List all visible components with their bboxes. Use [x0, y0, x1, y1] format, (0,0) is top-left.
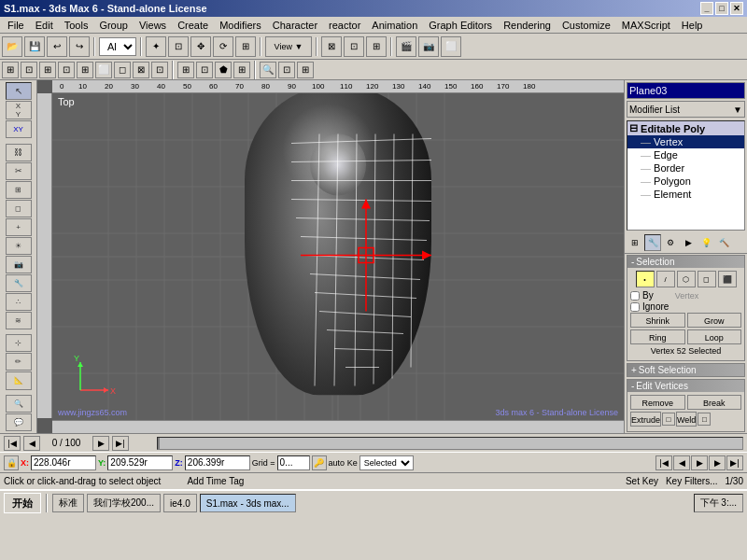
tool-link[interactable]: ⛓	[6, 144, 32, 161]
menu-graph-editors[interactable]: Graph Editors	[423, 19, 498, 32]
toolbar-save-btn[interactable]: 💾	[24, 36, 45, 57]
material-editor-btn[interactable]: ⬜	[441, 36, 461, 57]
menu-edit[interactable]: Edit	[30, 19, 59, 32]
tool-camera[interactable]: 📷	[6, 256, 32, 273]
menu-character[interactable]: Character	[267, 19, 323, 32]
toolbar-redo-btn[interactable]: ↪	[69, 36, 90, 57]
modifier-list-dropdown[interactable]: Modifier List ▼	[627, 101, 745, 118]
t2-btn5[interactable]: ⊞	[77, 62, 93, 78]
ignore-checkbox[interactable]	[630, 302, 640, 312]
sel-edge-icon[interactable]: /	[656, 271, 675, 287]
t2-btn2[interactable]: ⊡	[21, 62, 37, 78]
x-field[interactable]: 228.046r	[31, 455, 96, 470]
remove-button[interactable]: Remove	[630, 395, 685, 410]
soft-selection-header[interactable]: + Soft Selection	[627, 364, 744, 376]
break-button[interactable]: Break	[687, 395, 742, 410]
tool-select2[interactable]: ⊹	[6, 334, 32, 352]
sel-vertex-icon[interactable]: •	[636, 271, 655, 287]
move-btn[interactable]: ✥	[190, 36, 211, 57]
extrude-settings[interactable]: □	[662, 413, 675, 426]
tool-light[interactable]: ☀	[6, 237, 32, 255]
taskbar-item-1[interactable]: 标准	[52, 494, 84, 512]
sel-polygon-icon[interactable]: ◻	[698, 271, 716, 287]
loop-button[interactable]: Loop	[687, 329, 742, 344]
shrink-button[interactable]: Shrink	[630, 313, 685, 328]
tool-notes[interactable]: 💬	[6, 413, 32, 431]
create-panel-btn[interactable]: ⊞	[627, 234, 643, 251]
add-time-tag[interactable]: Add Time Tag	[187, 476, 244, 486]
t2-btn7[interactable]: ◻	[114, 62, 131, 78]
set-key-btn[interactable]: Set Key	[626, 476, 658, 486]
prev-frame-btn[interactable]: ◀	[23, 436, 40, 451]
menu-views[interactable]: Views	[134, 19, 172, 32]
select-btn[interactable]: ✦	[146, 36, 166, 57]
tool-create[interactable]: +	[6, 218, 32, 236]
t2-btn3[interactable]: ⊞	[39, 62, 56, 78]
tree-element[interactable]: — Element	[627, 188, 744, 201]
key-filters-btn[interactable]: Key Filters...	[666, 476, 718, 486]
t2-btn11[interactable]: ⊡	[196, 62, 213, 78]
edit-vertices-header[interactable]: - Edit Vertices	[627, 380, 744, 392]
mirror-btn[interactable]: ⊠	[321, 36, 342, 57]
menu-file[interactable]: File	[2, 19, 30, 32]
menu-rendering[interactable]: Rendering	[498, 19, 557, 32]
taskbar-item-4[interactable]: S1.max - 3ds max...	[200, 494, 296, 512]
select-region-btn[interactable]: ⊡	[168, 36, 189, 57]
t2-btn15[interactable]: ⊡	[278, 62, 295, 78]
frame-end-btn[interactable]: ▶|	[112, 436, 129, 451]
ring-button[interactable]: Ring	[630, 329, 685, 344]
key-icon[interactable]: 🔑	[312, 455, 327, 470]
ref-coord-btn[interactable]: View ▼	[265, 36, 312, 57]
object-name-field[interactable]: Plane03	[627, 82, 745, 99]
layer-btn[interactable]: ⊞	[366, 36, 387, 57]
viewport-content[interactable]: Top	[52, 93, 624, 420]
tool-spacewarp[interactable]: ≋	[6, 312, 32, 329]
y-field[interactable]: 209.529r	[107, 455, 173, 470]
sel-element-icon[interactable]: ⬛	[718, 271, 737, 287]
grow-button[interactable]: Grow	[687, 313, 742, 328]
tool-xy[interactable]: XY	[6, 120, 32, 138]
utilities-panel-btn[interactable]: 🔨	[715, 234, 732, 251]
pb-end[interactable]: ▶|	[726, 455, 743, 470]
maximize-button[interactable]: □	[715, 2, 728, 15]
tool-bind[interactable]: ⊞	[6, 181, 32, 199]
toolbar-open-btn[interactable]: 📂	[2, 36, 22, 57]
t2-btn16[interactable]: ⊞	[297, 62, 314, 78]
taskbar-item-3[interactable]: ie4.0	[163, 494, 197, 512]
pb-play[interactable]: ▶	[691, 455, 708, 470]
rotate-btn[interactable]: ⟳	[213, 36, 233, 57]
tool-shape[interactable]: ◻	[6, 200, 32, 217]
pb-next[interactable]: ▶	[709, 455, 726, 470]
menu-tools[interactable]: Tools	[59, 19, 94, 32]
tool-particles[interactable]: ∴	[6, 293, 32, 311]
weld-settings[interactable]: □	[698, 413, 711, 426]
t2-btn6[interactable]: ⬜	[95, 62, 112, 78]
tree-edge[interactable]: — Edge	[627, 148, 744, 161]
render-btn[interactable]: 📷	[418, 36, 439, 57]
t2-btn14[interactable]: 🔍	[260, 62, 276, 78]
tool-measure[interactable]: 📐	[6, 371, 32, 389]
menu-animation[interactable]: Animation	[366, 19, 423, 32]
taskbar-item-2[interactable]: 我们学校200...	[87, 494, 161, 512]
modify-panel-btn[interactable]: 🔧	[644, 234, 661, 251]
align-btn[interactable]: ⊡	[344, 36, 364, 57]
pb-start[interactable]: |◀	[655, 455, 672, 470]
extrude-button[interactable]: Extrude	[630, 412, 661, 427]
menu-modifiers[interactable]: Modifiers	[214, 19, 267, 32]
by-checkbox[interactable]	[630, 291, 640, 301]
render-scene-btn[interactable]: 🎬	[396, 36, 416, 57]
pb-prev[interactable]: ◀	[673, 455, 690, 470]
selection-filter-dropdown[interactable]: All	[99, 37, 136, 56]
t2-btn4[interactable]: ⊡	[58, 62, 75, 78]
tree-editable-poly[interactable]: ⊟ Editable Poly	[627, 121, 744, 135]
minimize-button[interactable]: _	[700, 2, 713, 15]
menu-reactor[interactable]: reactor	[323, 19, 366, 32]
menu-help[interactable]: Help	[676, 19, 709, 32]
t2-btn10[interactable]: ⊞	[177, 62, 194, 78]
tool-zoom[interactable]: 🔍	[6, 395, 32, 413]
timeline-scrubber[interactable]	[157, 437, 743, 450]
frame-start-btn[interactable]: |◀	[4, 436, 21, 451]
tree-border[interactable]: — Border	[627, 161, 744, 175]
close-button[interactable]: ✕	[730, 2, 743, 15]
menu-create[interactable]: Create	[172, 19, 214, 32]
